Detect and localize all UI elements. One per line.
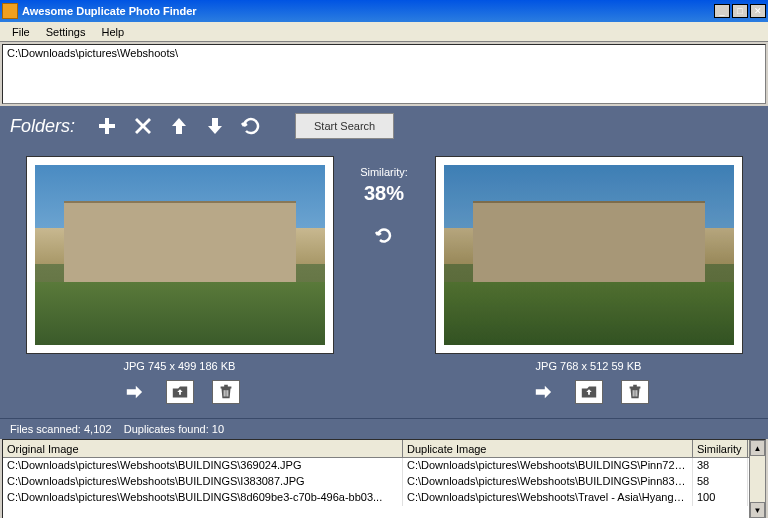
files-scanned-label: Files scanned: bbox=[10, 423, 81, 435]
left-photo-frame bbox=[26, 156, 334, 354]
maximize-button[interactable]: □ bbox=[732, 4, 748, 18]
results-scrollbar[interactable]: ▲ ▼ bbox=[749, 440, 765, 518]
table-body: C:\Downloads\pictures\Webshoots\BUILDING… bbox=[3, 458, 749, 506]
left-next-button[interactable] bbox=[120, 380, 148, 404]
folder-up-icon bbox=[171, 384, 189, 400]
scroll-track[interactable] bbox=[750, 456, 765, 502]
comparison-area: JPG 745 x 499 186 KB Similarity: 38% JPG… bbox=[0, 146, 768, 418]
left-photo-info: JPG 745 x 499 186 KB bbox=[124, 360, 236, 372]
status-bar: Files scanned: 4,102 Duplicates found: 1… bbox=[0, 418, 768, 439]
folders-label: Folders: bbox=[10, 116, 75, 137]
x-icon bbox=[133, 116, 153, 136]
cell-original: C:\Downloads\pictures\Webshoots\BUILDING… bbox=[3, 474, 403, 490]
files-scanned-value: 4,102 bbox=[84, 423, 112, 435]
folder-path-item[interactable]: C:\Downloads\pictures\Webshoots\ bbox=[7, 47, 761, 59]
folder-up-icon bbox=[580, 384, 598, 400]
left-photo-panel: JPG 745 x 499 186 KB bbox=[10, 156, 349, 408]
move-up-button[interactable] bbox=[167, 114, 191, 138]
menu-help[interactable]: Help bbox=[93, 24, 132, 40]
cell-duplicate: C:\Downloads\pictures\Webshoots\BUILDING… bbox=[403, 474, 693, 490]
arrow-right-icon bbox=[534, 384, 552, 400]
start-search-button[interactable]: Start Search bbox=[295, 113, 394, 139]
scroll-up-button[interactable]: ▲ bbox=[750, 440, 765, 456]
cell-duplicate: C:\Downloads\pictures\Webshoots\BUILDING… bbox=[403, 458, 693, 474]
header-original[interactable]: Original Image bbox=[3, 440, 403, 457]
trash-icon bbox=[626, 384, 644, 400]
cell-similarity: 58 bbox=[693, 474, 748, 490]
menu-file[interactable]: File bbox=[4, 24, 38, 40]
results-table: Original Image Duplicate Image Similarit… bbox=[3, 440, 749, 518]
right-photo-panel: JPG 768 x 512 59 KB bbox=[419, 156, 758, 408]
right-next-button[interactable] bbox=[529, 380, 557, 404]
close-button[interactable]: ✕ bbox=[750, 4, 766, 18]
refresh-icon bbox=[374, 225, 394, 245]
refresh-folders-button[interactable] bbox=[239, 114, 263, 138]
toolbar: Folders: Start Search bbox=[0, 106, 768, 146]
right-photo-info: JPG 768 x 512 59 KB bbox=[536, 360, 642, 372]
menu-settings[interactable]: Settings bbox=[38, 24, 94, 40]
table-row[interactable]: C:\Downloads\pictures\Webshoots\BUILDING… bbox=[3, 474, 749, 490]
table-row[interactable]: C:\Downloads\pictures\Webshoots\BUILDING… bbox=[3, 490, 749, 506]
header-duplicate[interactable]: Duplicate Image bbox=[403, 440, 693, 457]
right-delete-button[interactable] bbox=[621, 380, 649, 404]
folder-path-list[interactable]: C:\Downloads\pictures\Webshoots\ bbox=[2, 44, 766, 104]
cell-duplicate: C:\Downloads\pictures\Webshoots\Travel -… bbox=[403, 490, 693, 506]
similarity-label: Similarity: bbox=[360, 166, 408, 178]
arrow-down-icon bbox=[205, 116, 225, 136]
arrow-up-icon bbox=[169, 116, 189, 136]
duplicates-found-value: 10 bbox=[212, 423, 224, 435]
right-photo-actions bbox=[529, 380, 649, 404]
cell-similarity: 100 bbox=[693, 490, 748, 506]
table-row[interactable]: C:\Downloads\pictures\Webshoots\BUILDING… bbox=[3, 458, 749, 474]
titlebar: Awesome Duplicate Photo Finder _ □ ✕ bbox=[0, 0, 768, 22]
window-title: Awesome Duplicate Photo Finder bbox=[22, 5, 712, 17]
similarity-panel: Similarity: 38% bbox=[349, 156, 419, 408]
similarity-value: 38% bbox=[364, 182, 404, 205]
left-photo-image[interactable] bbox=[35, 165, 325, 345]
trash-icon bbox=[217, 384, 235, 400]
remove-folder-button[interactable] bbox=[131, 114, 155, 138]
add-folder-button[interactable] bbox=[95, 114, 119, 138]
similarity-refresh-button[interactable] bbox=[374, 225, 394, 247]
menubar: File Settings Help bbox=[0, 22, 768, 42]
right-open-folder-button[interactable] bbox=[575, 380, 603, 404]
left-photo-actions bbox=[120, 380, 240, 404]
right-photo-image[interactable] bbox=[444, 165, 734, 345]
cell-similarity: 38 bbox=[693, 458, 748, 474]
cell-original: C:\Downloads\pictures\Webshoots\BUILDING… bbox=[3, 458, 403, 474]
left-open-folder-button[interactable] bbox=[166, 380, 194, 404]
results-table-area: Original Image Duplicate Image Similarit… bbox=[2, 439, 766, 518]
duplicates-found-label: Duplicates found: bbox=[124, 423, 209, 435]
table-header: Original Image Duplicate Image Similarit… bbox=[3, 440, 749, 458]
plus-icon bbox=[97, 116, 117, 136]
left-delete-button[interactable] bbox=[212, 380, 240, 404]
header-similarity[interactable]: Similarity bbox=[693, 440, 748, 457]
minimize-button[interactable]: _ bbox=[714, 4, 730, 18]
app-icon bbox=[2, 3, 18, 19]
right-photo-frame bbox=[435, 156, 743, 354]
refresh-icon bbox=[241, 116, 261, 136]
scroll-down-button[interactable]: ▼ bbox=[750, 502, 765, 518]
arrow-right-icon bbox=[125, 384, 143, 400]
move-down-button[interactable] bbox=[203, 114, 227, 138]
cell-original: C:\Downloads\pictures\Webshoots\BUILDING… bbox=[3, 490, 403, 506]
